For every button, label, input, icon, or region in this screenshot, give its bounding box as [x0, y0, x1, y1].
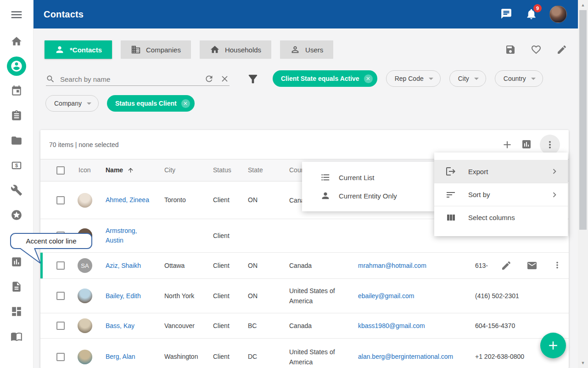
sidebar-item-dashboard[interactable]	[0, 299, 33, 324]
row-checkbox[interactable]	[56, 261, 65, 270]
sidebar-item-favorites[interactable]	[0, 203, 33, 227]
tab-contacts[interactable]: *Contacts	[45, 40, 112, 59]
add-icon[interactable]	[501, 139, 513, 151]
filter-dropdown-country[interactable]: Country	[495, 70, 543, 87]
tab-label: Users	[305, 46, 323, 54]
contact-name-link[interactable]: Bass, Kay	[106, 322, 134, 329]
row-checkbox[interactable]	[56, 292, 65, 300]
avatar	[78, 193, 92, 208]
calendar-icon	[11, 85, 22, 97]
sidebar-item-tools[interactable]	[0, 178, 33, 203]
avatar: SA	[78, 258, 92, 273]
sidebar-item-documents[interactable]	[0, 274, 33, 299]
submenu-chevron-icon	[549, 166, 560, 176]
filter-dropdown-company[interactable]: Company	[45, 95, 99, 112]
sidebar-item-billing[interactable]: $	[0, 153, 33, 178]
filter-chip-status-equals-client[interactable]: Status equals Client	[107, 95, 195, 112]
submenu-item-current-entity-only[interactable]: Current Entity Only	[302, 187, 435, 205]
save-icon[interactable]	[505, 44, 516, 55]
home-icon	[210, 45, 220, 55]
sidebar-item-tasks[interactable]	[0, 103, 33, 128]
scroll-up-icon[interactable]: ▲	[578, 1, 588, 9]
menu-item-export[interactable]: Export	[434, 160, 568, 183]
cell-city: Ottawa	[162, 261, 211, 271]
menu-item-select-columns[interactable]: Select columns	[434, 206, 568, 229]
column-header-name[interactable]: Name	[105, 165, 157, 175]
chip-label: Status equals Client	[115, 100, 177, 107]
context-menu: ExportSort bySelect columns	[434, 153, 568, 236]
sidebar-item-home[interactable]	[0, 29, 33, 54]
filter-chip-client-state-equals-active[interactable]: Client State equals Active	[273, 70, 377, 87]
menu-icon[interactable]	[10, 8, 23, 22]
row-checkbox[interactable]	[56, 353, 65, 361]
edit-contact-icon[interactable]	[501, 260, 512, 271]
view-actions	[505, 44, 567, 55]
sidebar-item-calendar[interactable]	[0, 79, 33, 103]
contact-name-link[interactable]: Aziz, Shaikh	[106, 262, 141, 269]
edit-icon[interactable]	[556, 44, 567, 55]
contact-email-link[interactable]: ebailey@gmail.com	[358, 292, 414, 300]
column-header-icon[interactable]: Icon	[69, 165, 105, 175]
scrollbar[interactable]: ▲ ▼	[578, 0, 588, 368]
select-all-checkbox[interactable]	[56, 166, 65, 175]
menu-item-sort-by[interactable]: Sort by	[434, 183, 568, 206]
contact-email-link[interactable]: kbass1980@gmail.com	[358, 322, 425, 329]
scrollbar-thumb[interactable]	[579, 10, 587, 230]
send-email-icon[interactable]	[526, 260, 538, 271]
column-header-status[interactable]: Status	[211, 165, 246, 175]
sidebar-item-contacts[interactable]	[0, 54, 33, 79]
filter-icon[interactable]	[246, 73, 259, 85]
table-row[interactable]: SAAziz, ShaikhOttawaClientONCanadamrahma…	[40, 253, 569, 279]
user-avatar[interactable]	[549, 6, 567, 23]
column-header-city[interactable]: City	[162, 165, 211, 175]
cell-state: BC	[246, 321, 287, 331]
scroll-down-icon[interactable]: ▼	[578, 359, 588, 367]
cell-state: DC	[246, 352, 287, 362]
row-hover-actions	[501, 260, 559, 271]
table-row[interactable]: Bass, KayVancouverClientBCCanadakbass198…	[40, 313, 569, 339]
filter-dropdown-rep-code[interactable]: Rep Code	[386, 70, 441, 87]
dropdown-caret-icon	[531, 78, 536, 80]
chart-view-icon[interactable]	[521, 139, 532, 151]
contact-email-link[interactable]: alan.berg@berginternational.com	[358, 353, 453, 360]
refresh-icon[interactable]	[204, 74, 214, 84]
table-row[interactable]: Berg, AlanWashingtonClientDCUnited State…	[40, 339, 569, 368]
cell-status: Client	[211, 352, 246, 362]
tab-households[interactable]: Households	[200, 40, 271, 59]
contact-name-link[interactable]: Bailey, Edith	[106, 292, 141, 300]
row-checkbox[interactable]	[56, 322, 65, 330]
remove-filter-icon[interactable]	[181, 99, 190, 108]
filter-chips-row2: CompanyStatus equals Client	[45, 95, 195, 112]
search-input[interactable]	[59, 75, 198, 84]
row-checkbox[interactable]	[56, 196, 65, 204]
cell-phone: +1 202-638-0800	[472, 352, 532, 362]
sidebar-item-files[interactable]	[0, 128, 33, 153]
chat-icon[interactable]	[500, 8, 513, 21]
column-header-state[interactable]: State	[246, 165, 287, 175]
sidebar-item-directory[interactable]	[0, 324, 33, 349]
clear-search-icon[interactable]	[219, 74, 230, 84]
favorite-icon[interactable]	[531, 44, 542, 55]
cell-phone: (416) 502-2301	[472, 291, 532, 301]
export-submenu: Current ListCurrent Entity Only	[302, 162, 435, 211]
chip-label: Country	[504, 75, 526, 82]
table-row[interactable]: Bailey, EdithNorth YorkClientONUnited St…	[40, 279, 569, 313]
contact-name-link[interactable]: Berg, Alan	[106, 353, 135, 360]
star-circle-icon	[11, 209, 22, 221]
remove-filter-icon[interactable]	[364, 74, 373, 83]
person-outline-icon	[290, 45, 300, 55]
row-more-options-icon[interactable]	[552, 260, 559, 271]
entity-tabs: *ContactsCompaniesHouseholdsUsers	[45, 40, 333, 59]
add-contact-fab[interactable]	[540, 333, 566, 358]
contact-name-link[interactable]: Armstrong, Austin	[106, 227, 137, 244]
more-options-icon[interactable]	[540, 135, 560, 155]
contact-name-link[interactable]: Ahmed, Zineea	[106, 196, 149, 204]
cell-phone: 604-156-4370	[472, 321, 532, 331]
filter-dropdown-city[interactable]: City	[449, 70, 486, 87]
notifications-icon[interactable]: 9	[525, 8, 538, 21]
contact-email-link[interactable]: mrahman@hotmail.com	[358, 262, 426, 269]
sidebar: $	[0, 0, 34, 368]
submenu-item-current-list[interactable]: Current List	[302, 168, 435, 187]
tab-users[interactable]: Users	[280, 40, 333, 59]
tab-companies[interactable]: Companies	[121, 40, 191, 59]
